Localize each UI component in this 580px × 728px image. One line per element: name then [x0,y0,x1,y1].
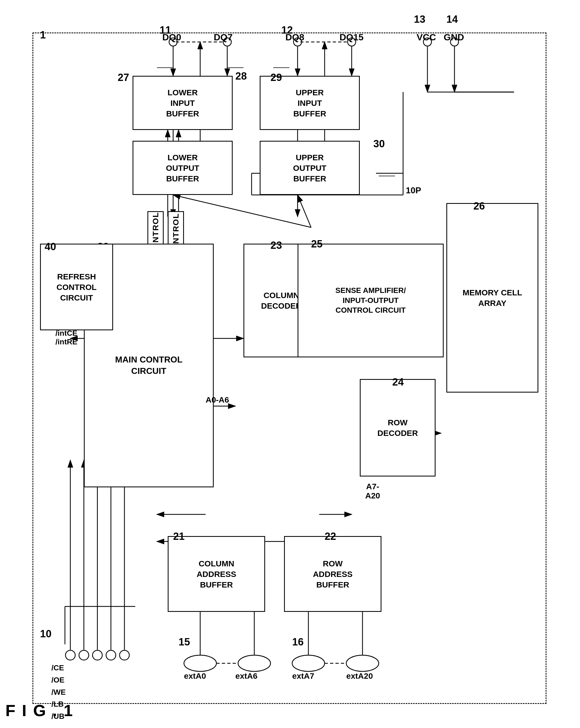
ref-23: 23 [271,240,282,251]
label-exta7: extA7 [292,671,314,681]
label-exta20: extA20 [346,671,373,681]
column-address-buffer-label: COLUMNADDRESSBUFFER [197,558,237,590]
ref-40: 40 [45,241,56,253]
ref-24: 24 [392,376,404,388]
row-decoder-box: ROWDECODER [360,379,436,476]
upper-input-buffer-box: UPPERINPUTBUFFER [260,76,360,130]
ref-29: 29 [271,72,282,83]
ref-21: 21 [173,530,185,542]
label-dq0: DQ0 [162,32,181,43]
row-address-buffer-box: ROWADDRESSBUFFER [284,536,381,612]
ref-25: 25 [311,238,323,250]
ref-27: 27 [118,72,129,83]
ref-22: 22 [325,530,336,542]
ce-label: /CE [51,664,64,672]
memory-cell-array-label: MEMORY CELLARRAY [463,287,522,308]
ref-26: 26 [473,200,485,212]
label-intce-intre: /intCE/intRE [55,329,77,346]
sense-amplifier-box: SENSE AMPLIFIER/INPUT-OUTPUTCONTROL CIRC… [298,244,444,357]
refresh-control-circuit-label: REFRESH CONTROLCIRCUIT [41,271,112,303]
label-exta6: extA6 [236,671,257,681]
label-a0-a6: A0-A6 [205,395,229,405]
label-a7-a20: A7-A20 [365,482,380,500]
label-10p: 10P [406,185,421,196]
diagram: F I G . 1 1 [0,0,580,728]
ref-1: 1 [40,29,46,41]
ref-10: 10 [40,628,51,640]
main-control-circuit-label: MAIN CONTROLCIRCUIT [115,354,183,376]
lower-output-buffer-box: LOWEROUTPUTBUFFER [133,141,233,195]
column-address-buffer-box: COLUMNADDRESSBUFFER [168,536,265,612]
memory-cell-array-box: MEMORY CELLARRAY [446,203,538,393]
ref-14: 14 [446,14,458,25]
we-label: /WE [51,688,66,696]
label-vcc: VCC [417,32,436,43]
upper-input-buffer-label: UPPERINPUTBUFFER [293,87,326,119]
column-decoder-label: COLUMNDECODER [261,290,302,311]
ref-16: 16 [292,636,304,648]
label-dq15: DQ15 [339,32,364,43]
label-gnd: GND [444,32,464,43]
ref-13: 13 [414,14,425,25]
fig-label: F I G . 1 [5,701,74,720]
upper-output-buffer-box: UPPEROUTPUTBUFFER [260,141,360,195]
sense-amplifier-label: SENSE AMPLIFIER/INPUT-OUTPUTCONTROL CIRC… [335,286,406,315]
ref-15: 15 [178,636,190,648]
ref-28: 28 [236,70,247,82]
lower-output-buffer-label: LOWEROUTPUTBUFFER [166,152,199,184]
refresh-control-circuit-box: REFRESH CONTROLCIRCUIT [40,244,113,330]
upper-output-buffer-label: UPPEROUTPUTBUFFER [293,152,326,184]
ref-30: 30 [373,138,385,150]
row-address-buffer-label: ROWADDRESSBUFFER [313,558,353,590]
row-decoder-label: ROWDECODER [377,417,418,438]
lower-input-buffer-label: LOWERINPUTBUFFER [166,87,199,119]
label-exta0: extA0 [184,671,206,681]
label-dq7: DQ7 [214,32,233,43]
lower-input-buffer-box: LOWERINPUTBUFFER [133,76,233,130]
label-dq8: DQ8 [285,32,304,43]
oe-label: /OE [51,676,64,684]
